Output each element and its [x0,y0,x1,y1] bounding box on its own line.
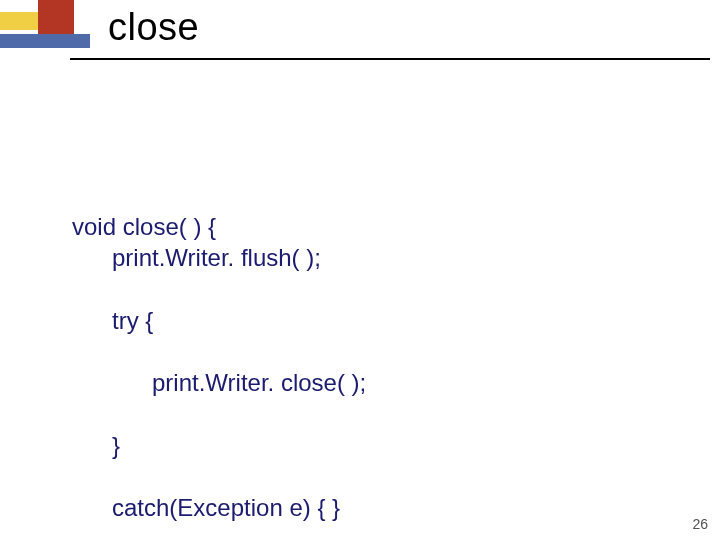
code-line-1: void close( ) { [72,213,216,240]
code-line-5: } [72,430,366,461]
code-block: void close( ) { print.Writer. flush( ); … [72,180,366,540]
logo-red-block [38,0,74,36]
code-line-3: try { [72,305,366,336]
code-line-4: print.Writer. close( ); [72,367,366,398]
title-underline [70,58,710,60]
corner-logo [0,0,90,60]
page-number: 26 [692,516,708,532]
code-line-2: print.Writer. flush( ); [72,242,366,273]
logo-blue-block [0,34,90,48]
code-line-6: catch(Exception e) { } [72,492,366,523]
slide-title: close [108,6,199,49]
